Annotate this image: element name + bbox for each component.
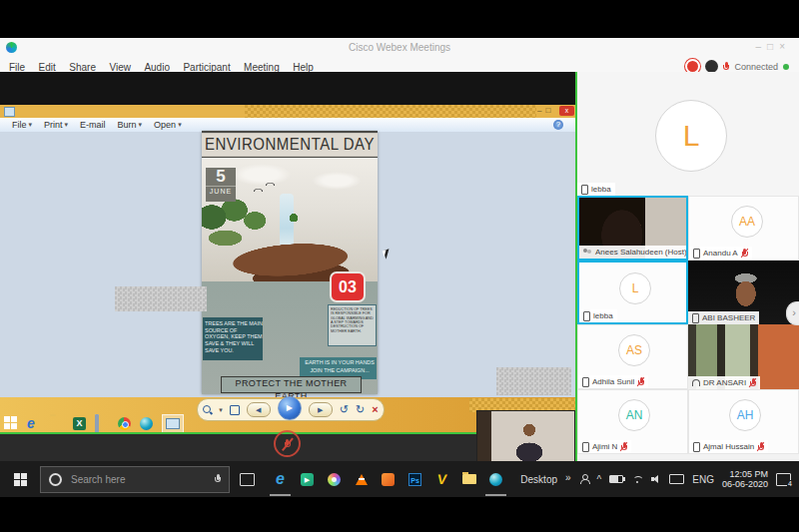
- media-play-icon: ▶: [301, 473, 314, 486]
- share-paint-artifact: [115, 286, 207, 311]
- poster-date-day: 5: [206, 168, 236, 186]
- host-icon: [583, 249, 592, 257]
- taskbar-search[interactable]: [40, 466, 230, 493]
- next-participants-button[interactable]: ›: [786, 301, 799, 325]
- participant-tile-ajmal[interactable]: AH Ajmal Hussain: [688, 389, 799, 454]
- zoom-dropdown-icon[interactable]: ▾: [219, 406, 223, 414]
- participant-tile-ajimi[interactable]: AN Ajimi N: [577, 389, 688, 454]
- clock[interactable]: 12:05 PM 06-06-2020: [722, 469, 768, 489]
- touch-keyboard-icon[interactable]: [669, 474, 684, 484]
- delete-button[interactable]: ×: [372, 404, 378, 415]
- webex-titlebar[interactable]: Cisco Webex Meetings –□×: [0, 38, 799, 57]
- edge-icon: e: [276, 470, 285, 488]
- previous-image-button[interactable]: ◀: [247, 402, 271, 417]
- self-video-thumbnail[interactable]: [477, 411, 574, 461]
- date: 06-06-2020: [722, 479, 768, 489]
- shared-screen: – □ x File▾ Print▾ E-mail Burn▾ Open▾ ? …: [0, 72, 577, 461]
- freemake-taskbar-button[interactable]: V: [428, 461, 455, 497]
- people-icon[interactable]: [579, 474, 589, 484]
- participant-name: Adhila Sunil: [592, 377, 634, 386]
- participant-name: DR ANSARI: [703, 378, 746, 387]
- toolbar-overflow-icon[interactable]: »: [565, 472, 571, 483]
- media-app-taskbar-button[interactable]: ▶: [294, 461, 321, 497]
- webex-app-icon[interactable]: [140, 417, 153, 430]
- participants-panel: L lebba Anees Salahudeen (Host): [577, 72, 799, 461]
- participant-name-label: Anees Salahudeen (Host): [579, 246, 688, 259]
- excel-icon[interactable]: X: [73, 417, 86, 430]
- viewer-minimize-button[interactable]: –: [537, 106, 541, 115]
- avatar: AN: [618, 399, 650, 431]
- maximize-button[interactable]: □: [767, 41, 779, 52]
- connection-status-label: Connected: [734, 62, 778, 72]
- search-input[interactable]: [69, 473, 208, 486]
- viewer-burn-menu[interactable]: Burn▾: [118, 120, 143, 130]
- muted-mic-icon: [749, 378, 756, 388]
- avatar-initial: AA: [739, 215, 755, 229]
- muted-mic-icon[interactable]: [723, 62, 729, 72]
- search-mic-icon[interactable]: [215, 474, 221, 484]
- rotate-right-button[interactable]: ↻: [356, 404, 365, 415]
- next-image-button[interactable]: ▶: [309, 402, 333, 417]
- self-video-person: [507, 421, 551, 461]
- viewer-open-menu[interactable]: Open▾: [154, 120, 182, 130]
- participant-tile-abi[interactable]: ABI BASHEER: [688, 261, 799, 324]
- viewer-maximize-button[interactable]: □: [545, 106, 550, 115]
- slideshow-button[interactable]: ▶: [278, 396, 302, 420]
- action-center-icon[interactable]: 4: [776, 473, 791, 486]
- speaker-icon[interactable]: [651, 475, 661, 484]
- vlc-taskbar-button[interactable]: [348, 461, 375, 497]
- wifi-icon[interactable]: [631, 475, 643, 484]
- share-paint-artifact: [469, 398, 577, 412]
- rotate-left-button[interactable]: ↺: [340, 404, 349, 415]
- participant-tile-lebba[interactable]: L lebba: [577, 261, 688, 324]
- webex-taskbar-button[interactable]: [482, 461, 509, 497]
- chrome-icon[interactable]: [118, 417, 131, 430]
- language-indicator[interactable]: ENG: [692, 474, 714, 485]
- avatar: AA: [731, 206, 763, 238]
- start-button[interactable]: [0, 461, 40, 497]
- show-hidden-icons-button[interactable]: ^: [597, 474, 602, 485]
- orange-app-taskbar-button[interactable]: [375, 461, 401, 497]
- internet-explorer-icon[interactable]: e: [27, 416, 41, 430]
- participant-name-label: ABI BASHEER: [688, 311, 759, 324]
- explorer-taskbar-button[interactable]: [455, 461, 482, 497]
- meeting-stage: – □ x File▾ Print▾ E-mail Burn▾ Open▾ ? …: [0, 72, 799, 461]
- fit-to-window-icon[interactable]: [230, 405, 240, 415]
- avatar: L: [619, 272, 651, 304]
- viewer-help-button[interactable]: ?: [553, 120, 563, 130]
- photo-viewer-app-icon: [4, 107, 15, 117]
- share-paint-artifact: [496, 367, 571, 395]
- poster-date-month: JUNE: [206, 186, 236, 197]
- viewer-email-button[interactable]: E-mail: [80, 120, 106, 130]
- participant-tile-ansari[interactable]: DR ANSARI: [688, 324, 799, 389]
- participant-tile-adhila[interactable]: AS Adhila Sunil: [577, 324, 688, 389]
- viewer-close-button[interactable]: x: [559, 106, 574, 116]
- time: 12:05 PM: [729, 469, 768, 479]
- muted-mic-overlay-icon[interactable]: [274, 430, 301, 457]
- photo-viewer-taskbar-button[interactable]: [162, 414, 184, 433]
- photoshop-taskbar-button[interactable]: Ps: [401, 461, 428, 497]
- phone-icon: [692, 313, 699, 323]
- file-explorer-icon: [462, 474, 476, 484]
- participant-tile-anees[interactable]: Anees Salahudeen (Host): [577, 196, 688, 261]
- start-button-icon[interactable]: [4, 416, 18, 430]
- desktop-toolbar-label[interactable]: Desktop: [520, 474, 557, 485]
- round-app-taskbar-button[interactable]: [321, 461, 348, 497]
- environmental-day-poster: ENVIRONMENTAL DAY 5 JUNE: [202, 132, 378, 394]
- orange-app-icon: [382, 473, 395, 486]
- participant-tile-anandu[interactable]: AA Anandu A: [688, 196, 799, 261]
- edge-taskbar-button[interactable]: e: [267, 461, 294, 497]
- sapling-graphic: [286, 214, 302, 228]
- minimize-button[interactable]: –: [756, 41, 768, 52]
- active-speaker-tile[interactable]: L lebba: [577, 72, 799, 196]
- windows-taskbar: e ▶ Ps V Desktop » ^ ENG 12:05 PM 06-06-…: [0, 461, 799, 497]
- battery-icon[interactable]: [609, 475, 623, 483]
- close-button[interactable]: ×: [779, 41, 791, 52]
- zoom-icon[interactable]: [203, 405, 212, 414]
- viewer-file-menu[interactable]: File▾: [12, 120, 32, 130]
- photo-viewer-controls: ▾ ◀ ▶ ▶ ↺ ↻ ×: [197, 398, 385, 421]
- viewer-print-menu[interactable]: Print▾: [44, 120, 68, 130]
- participant-name: Ajmal Hussain: [703, 442, 754, 451]
- phone-icon: [583, 311, 590, 321]
- task-view-button[interactable]: [240, 473, 255, 486]
